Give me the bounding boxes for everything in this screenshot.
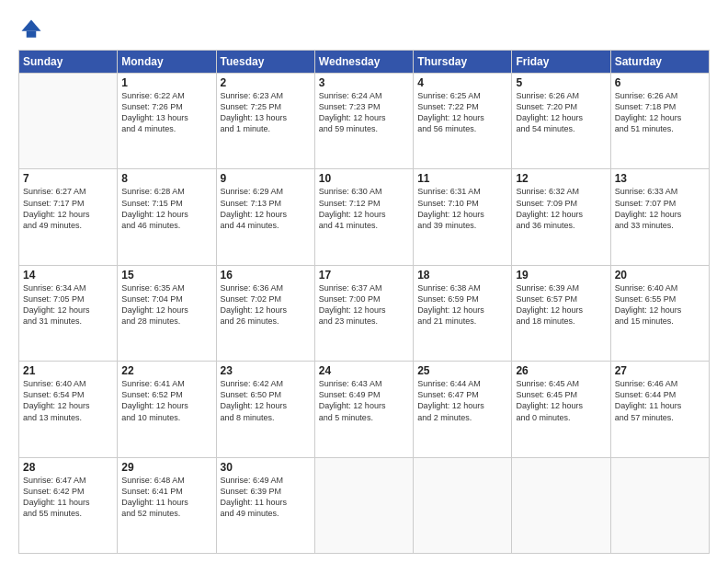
day-info: Sunrise: 6:27 AM Sunset: 7:17 PM Dayligh… <box>23 186 113 231</box>
day-info: Sunrise: 6:29 AM Sunset: 7:13 PM Dayligh… <box>221 186 311 231</box>
day-number: 5 <box>516 76 606 89</box>
day-number: 14 <box>23 269 113 282</box>
day-info: Sunrise: 6:42 AM Sunset: 6:50 PM Dayligh… <box>221 378 311 423</box>
day-number: 8 <box>121 172 211 185</box>
calendar-cell: 18Sunrise: 6:38 AM Sunset: 6:59 PM Dayli… <box>414 265 512 361</box>
calendar-cell: 10Sunrise: 6:30 AM Sunset: 7:12 PM Dayli… <box>314 169 413 265</box>
calendar-cell: 28Sunrise: 6:47 AM Sunset: 6:42 PM Dayli… <box>19 457 118 553</box>
day-info: Sunrise: 6:23 AM Sunset: 7:25 PM Dayligh… <box>221 90 311 135</box>
day-number: 10 <box>319 172 409 185</box>
calendar-cell: 24Sunrise: 6:43 AM Sunset: 6:49 PM Dayli… <box>314 362 413 457</box>
day-info: Sunrise: 6:28 AM Sunset: 7:15 PM Dayligh… <box>121 186 211 231</box>
day-number: 19 <box>516 269 606 282</box>
calendar-cell: 2Sunrise: 6:23 AM Sunset: 7:25 PM Daylig… <box>216 74 314 169</box>
calendar-cell: 30Sunrise: 6:49 AM Sunset: 6:39 PM Dayli… <box>216 457 314 553</box>
page: SundayMondayTuesdayWednesdayThursdayFrid… <box>0 0 728 563</box>
calendar-cell <box>19 74 118 169</box>
day-info: Sunrise: 6:44 AM Sunset: 6:47 PM Dayligh… <box>417 378 507 423</box>
calendar-cell: 14Sunrise: 6:34 AM Sunset: 7:05 PM Dayli… <box>19 265 118 361</box>
day-number: 25 <box>417 364 507 377</box>
day-number: 26 <box>516 364 606 377</box>
day-number: 30 <box>221 461 311 474</box>
day-number: 1 <box>121 76 211 89</box>
day-info: Sunrise: 6:26 AM Sunset: 7:18 PM Dayligh… <box>615 90 705 135</box>
calendar-cell: 15Sunrise: 6:35 AM Sunset: 7:04 PM Dayli… <box>118 265 216 361</box>
day-number: 4 <box>417 76 507 89</box>
calendar-cell: 6Sunrise: 6:26 AM Sunset: 7:18 PM Daylig… <box>610 74 709 169</box>
calendar-cell <box>610 457 709 553</box>
day-number: 17 <box>319 269 409 282</box>
calendar-cell: 20Sunrise: 6:40 AM Sunset: 6:55 PM Dayli… <box>610 265 709 361</box>
day-info: Sunrise: 6:39 AM Sunset: 6:57 PM Dayligh… <box>516 282 606 327</box>
calendar-cell: 27Sunrise: 6:46 AM Sunset: 6:44 PM Dayli… <box>610 362 709 457</box>
day-number: 29 <box>121 461 211 474</box>
calendar-cell <box>512 457 610 553</box>
calendar-week: 28Sunrise: 6:47 AM Sunset: 6:42 PM Dayli… <box>19 457 710 553</box>
day-number: 12 <box>516 172 606 185</box>
day-info: Sunrise: 6:43 AM Sunset: 6:49 PM Dayligh… <box>319 378 409 423</box>
day-number: 21 <box>23 364 113 377</box>
header-row: SundayMondayTuesdayWednesdayThursdayFrid… <box>19 51 710 74</box>
calendar-cell: 22Sunrise: 6:41 AM Sunset: 6:52 PM Dayli… <box>118 362 216 457</box>
day-info: Sunrise: 6:24 AM Sunset: 7:23 PM Dayligh… <box>319 90 409 135</box>
calendar-cell: 9Sunrise: 6:29 AM Sunset: 7:13 PM Daylig… <box>216 169 314 265</box>
calendar-cell: 11Sunrise: 6:31 AM Sunset: 7:10 PM Dayli… <box>414 169 512 265</box>
day-number: 2 <box>221 76 311 89</box>
day-number: 23 <box>221 364 311 377</box>
day-number: 18 <box>417 269 507 282</box>
day-info: Sunrise: 6:36 AM Sunset: 7:02 PM Dayligh… <box>221 282 311 327</box>
header-day: Tuesday <box>216 51 314 74</box>
day-info: Sunrise: 6:40 AM Sunset: 6:54 PM Dayligh… <box>23 378 113 423</box>
calendar-cell: 12Sunrise: 6:32 AM Sunset: 7:09 PM Dayli… <box>512 169 610 265</box>
calendar-cell: 8Sunrise: 6:28 AM Sunset: 7:15 PM Daylig… <box>118 169 216 265</box>
day-number: 7 <box>23 172 113 185</box>
day-info: Sunrise: 6:33 AM Sunset: 7:07 PM Dayligh… <box>615 186 705 231</box>
calendar-cell: 4Sunrise: 6:25 AM Sunset: 7:22 PM Daylig… <box>414 74 512 169</box>
day-number: 6 <box>615 76 705 89</box>
day-number: 16 <box>221 269 311 282</box>
day-info: Sunrise: 6:48 AM Sunset: 6:41 PM Dayligh… <box>121 475 211 520</box>
day-number: 11 <box>417 172 507 185</box>
svg-marker-0 <box>22 20 41 31</box>
header-day: Wednesday <box>314 51 413 74</box>
svg-rect-1 <box>27 31 37 38</box>
calendar-cell: 25Sunrise: 6:44 AM Sunset: 6:47 PM Dayli… <box>414 362 512 457</box>
calendar-cell <box>314 457 413 553</box>
calendar-cell: 19Sunrise: 6:39 AM Sunset: 6:57 PM Dayli… <box>512 265 610 361</box>
calendar-header: SundayMondayTuesdayWednesdayThursdayFrid… <box>19 51 710 74</box>
header-day: Thursday <box>414 51 512 74</box>
calendar-cell: 3Sunrise: 6:24 AM Sunset: 7:23 PM Daylig… <box>314 74 413 169</box>
calendar-cell: 1Sunrise: 6:22 AM Sunset: 7:26 PM Daylig… <box>118 74 216 169</box>
day-info: Sunrise: 6:41 AM Sunset: 6:52 PM Dayligh… <box>121 378 211 423</box>
day-info: Sunrise: 6:45 AM Sunset: 6:45 PM Dayligh… <box>516 378 606 423</box>
day-number: 24 <box>319 364 409 377</box>
day-info: Sunrise: 6:34 AM Sunset: 7:05 PM Dayligh… <box>23 282 113 327</box>
day-info: Sunrise: 6:37 AM Sunset: 7:00 PM Dayligh… <box>319 282 409 327</box>
day-info: Sunrise: 6:31 AM Sunset: 7:10 PM Dayligh… <box>417 186 507 231</box>
calendar-cell: 7Sunrise: 6:27 AM Sunset: 7:17 PM Daylig… <box>19 169 118 265</box>
day-info: Sunrise: 6:49 AM Sunset: 6:39 PM Dayligh… <box>221 475 311 520</box>
day-info: Sunrise: 6:35 AM Sunset: 7:04 PM Dayligh… <box>121 282 211 327</box>
calendar-cell: 13Sunrise: 6:33 AM Sunset: 7:07 PM Dayli… <box>610 169 709 265</box>
calendar-week: 21Sunrise: 6:40 AM Sunset: 6:54 PM Dayli… <box>19 362 710 457</box>
calendar-table: SundayMondayTuesdayWednesdayThursdayFrid… <box>18 50 710 554</box>
header-day: Saturday <box>610 51 709 74</box>
logo <box>18 17 48 42</box>
calendar-cell: 23Sunrise: 6:42 AM Sunset: 6:50 PM Dayli… <box>216 362 314 457</box>
day-info: Sunrise: 6:40 AM Sunset: 6:55 PM Dayligh… <box>615 282 705 327</box>
day-number: 20 <box>615 269 705 282</box>
calendar-cell: 5Sunrise: 6:26 AM Sunset: 7:20 PM Daylig… <box>512 74 610 169</box>
day-number: 28 <box>23 461 113 474</box>
day-number: 3 <box>319 76 409 89</box>
header-day: Friday <box>512 51 610 74</box>
day-info: Sunrise: 6:26 AM Sunset: 7:20 PM Dayligh… <box>516 90 606 135</box>
calendar-cell: 26Sunrise: 6:45 AM Sunset: 6:45 PM Dayli… <box>512 362 610 457</box>
calendar-cell <box>414 457 512 553</box>
calendar-cell: 16Sunrise: 6:36 AM Sunset: 7:02 PM Dayli… <box>216 265 314 361</box>
day-number: 13 <box>615 172 705 185</box>
calendar-body: 1Sunrise: 6:22 AM Sunset: 7:26 PM Daylig… <box>19 74 710 554</box>
day-info: Sunrise: 6:32 AM Sunset: 7:09 PM Dayligh… <box>516 186 606 231</box>
day-number: 22 <box>121 364 211 377</box>
calendar-week: 14Sunrise: 6:34 AM Sunset: 7:05 PM Dayli… <box>19 265 710 361</box>
day-info: Sunrise: 6:47 AM Sunset: 6:42 PM Dayligh… <box>23 475 113 520</box>
